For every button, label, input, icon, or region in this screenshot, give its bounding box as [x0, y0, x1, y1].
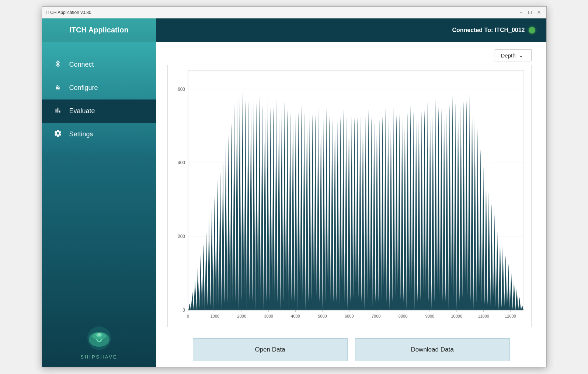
download-data-button[interactable]: Download Data [355, 338, 510, 361]
sidebar-title: ITCH Application [69, 26, 128, 34]
sidebar-item-configure-label: Configure [69, 84, 98, 92]
sidebar-item-connect[interactable]: Connect [42, 53, 156, 76]
depth-dropdown[interactable]: Depth ⌄ [495, 49, 532, 61]
sidebar-item-settings[interactable]: Settings [42, 123, 156, 146]
minimize-button[interactable]: − [518, 10, 524, 15]
sidebar-header: ITCH Application [42, 18, 156, 42]
chart-controls: Depth ⌄ [167, 49, 532, 61]
chevron-down-icon: ⌄ [519, 52, 523, 59]
bluetooth-icon [53, 60, 63, 70]
connection-dot [529, 27, 535, 34]
chart-icon [53, 106, 63, 116]
close-button[interactable]: ✕ [536, 10, 542, 15]
sidebar-item-evaluate[interactable]: Evaluate [42, 99, 156, 123]
maximize-button[interactable]: ☐ [527, 10, 533, 15]
top-bar: Connected To: ITCH_0012 [156, 18, 546, 42]
sidebar-item-settings-label: Settings [69, 130, 93, 138]
open-data-button[interactable]: Open Data [193, 338, 348, 361]
buttons-row: Open Data Download Data [156, 331, 546, 367]
app-body: ITCH Application Connect [42, 18, 546, 367]
svg-point-2 [97, 333, 101, 336]
connection-status: Connected To: ITCH_0012 [452, 27, 535, 34]
window-title: ITCH Application v0.80 [46, 10, 91, 15]
depth-label: Depth [501, 52, 516, 59]
sidebar-nav: Connect Configure [42, 42, 156, 318]
logo-text: SHIPSHAVE [80, 354, 117, 360]
main-content: Connected To: ITCH_0012 Depth ⌄ Op [156, 18, 546, 367]
gear-icon [53, 129, 63, 139]
chart-container: Depth ⌄ [156, 42, 546, 331]
chart-canvas [168, 65, 531, 327]
logo-svg [86, 325, 112, 351]
chart-wrapper [167, 65, 532, 327]
app-window: ITCH Application v0.80 − ☐ ✕ ITCH Applic… [42, 6, 547, 367]
sidebar-item-connect-label: Connect [69, 61, 94, 69]
connection-label: Connected To: ITCH_0012 [452, 27, 525, 34]
title-bar: ITCH Application v0.80 − ☐ ✕ [42, 7, 546, 18]
sidebar: ITCH Application Connect [42, 18, 156, 367]
sidebar-logo: SHIPSHAVE [42, 318, 156, 367]
usb-icon [53, 83, 63, 93]
sidebar-item-evaluate-label: Evaluate [69, 107, 95, 115]
window-controls: − ☐ ✕ [518, 10, 542, 15]
sidebar-item-configure[interactable]: Configure [42, 76, 156, 99]
